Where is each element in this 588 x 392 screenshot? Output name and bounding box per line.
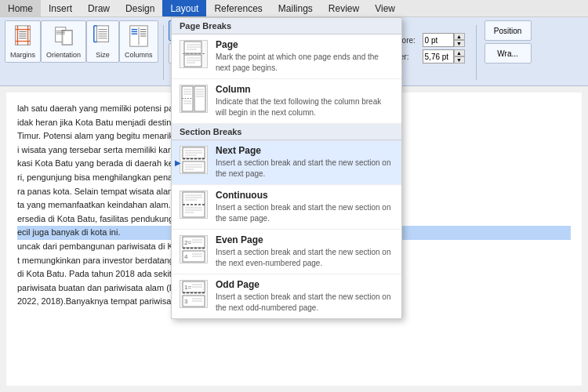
- wrap-button[interactable]: Wra...: [485, 43, 532, 64]
- next-page-break-title: Next Page: [216, 145, 394, 156]
- menu-mailings[interactable]: Mailings: [270, 0, 321, 16]
- spacing-after-down[interactable]: ▼: [454, 56, 465, 64]
- menu-review[interactable]: Review: [321, 0, 367, 16]
- columns-button[interactable]: Columns: [119, 20, 158, 63]
- menu-draw[interactable]: Draw: [80, 0, 118, 16]
- svg-text:3: 3: [184, 298, 188, 305]
- page-break-title: Page: [216, 39, 394, 50]
- column-break-title: Column: [216, 84, 394, 95]
- odd-page-break-desc: Insert a section break and start the new…: [216, 292, 394, 314]
- column-break-icon: [180, 85, 208, 113]
- selected-arrow: ▶: [175, 158, 181, 167]
- menu-home[interactable]: Home: [0, 0, 41, 16]
- break-continuous-item[interactable]: Continuous Insert a section break and st…: [172, 185, 401, 230]
- menu-design[interactable]: Design: [118, 0, 162, 16]
- page-breaks-header: Page Breaks: [172, 18, 401, 34]
- section-breaks-header: Section Breaks: [172, 124, 401, 140]
- odd-page-break-icon: 1= 3: [180, 280, 208, 308]
- svg-rect-79: [183, 192, 205, 217]
- column-break-desc: Indicate that the text following the col…: [216, 96, 394, 118]
- menu-view[interactable]: View: [367, 0, 403, 16]
- continuous-break-desc: Insert a section break and start the new…: [216, 202, 394, 224]
- svg-text:2=: 2=: [184, 239, 191, 246]
- continuous-break-icon: [180, 191, 208, 219]
- continuous-break-title: Continuous: [216, 190, 394, 201]
- page-break-icon: [180, 40, 208, 68]
- size-button[interactable]: Size: [86, 20, 119, 63]
- spacing-before-stepper[interactable]: ▲ ▼: [454, 33, 465, 47]
- even-page-break-title: Even Page: [216, 234, 394, 245]
- continuous-break-content: Continuous Insert a section break and st…: [216, 190, 394, 224]
- break-even-page-item[interactable]: 2= 4 Even Page Insert a section break an…: [172, 230, 401, 274]
- column-break-content: Column Indicate that the text following …: [216, 84, 394, 118]
- break-next-page-item[interactable]: ▶ Next Page Insert a section break and s…: [172, 140, 401, 185]
- break-odd-page-item[interactable]: 1= 3 Odd Page Insert a section break and…: [172, 274, 401, 318]
- position-button[interactable]: Position: [485, 20, 532, 41]
- page-break-desc: Mark the point at which one page ends an…: [216, 52, 394, 74]
- menu-insert[interactable]: Insert: [41, 0, 80, 16]
- spacing-before-up[interactable]: ▲: [454, 33, 465, 40]
- margins-label: Margins: [10, 51, 35, 59]
- separator-3: [476, 25, 477, 80]
- page-break-content: Page Mark the point at which one page en…: [216, 39, 394, 74]
- next-page-break-content: Next Page Insert a section break and sta…: [216, 145, 394, 180]
- menubar: Home Insert Draw Design Layout Reference…: [0, 0, 588, 17]
- breaks-dropdown: Page Breaks Page Mark the point at which…: [171, 17, 402, 319]
- margins-button[interactable]: Margins: [5, 20, 41, 63]
- svg-text:1=: 1=: [184, 284, 191, 291]
- spacing-after-stepper[interactable]: ▲ ▼: [454, 49, 465, 64]
- break-page-item[interactable]: Page Mark the point at which one page en…: [172, 34, 401, 79]
- even-page-break-desc: Insert a section break and start the new…: [216, 247, 394, 269]
- spacing-before-down[interactable]: ▼: [454, 40, 465, 47]
- next-page-break-icon: [180, 146, 208, 174]
- odd-page-break-title: Odd Page: [216, 279, 394, 290]
- spacing-before-input[interactable]: [423, 33, 454, 47]
- orientation-button[interactable]: Orientation: [41, 20, 86, 63]
- svg-rect-11: [63, 31, 71, 44]
- columns-label: Columns: [125, 51, 153, 59]
- spacing-after-input[interactable]: [423, 49, 454, 64]
- even-page-break-content: Even Page Insert a section break and sta…: [216, 234, 394, 269]
- menu-layout[interactable]: Layout: [162, 0, 206, 16]
- wrap-label: Wra...: [497, 49, 517, 58]
- orientation-label: Orientation: [46, 51, 81, 59]
- menu-references[interactable]: References: [206, 0, 270, 16]
- svg-text:4: 4: [184, 253, 188, 260]
- break-column-item[interactable]: Column Indicate that the text following …: [172, 79, 401, 124]
- even-page-break-icon: 2= 4: [180, 235, 208, 263]
- next-page-break-desc: Insert a section break and start the new…: [216, 158, 394, 180]
- separator-1: [163, 25, 164, 80]
- odd-page-break-content: Odd Page Insert a section break and star…: [216, 279, 394, 314]
- spacing-after-up[interactable]: ▲: [454, 49, 465, 56]
- svg-rect-59: [194, 86, 205, 111]
- position-label: Position: [494, 27, 522, 35]
- size-label: Size: [96, 51, 110, 59]
